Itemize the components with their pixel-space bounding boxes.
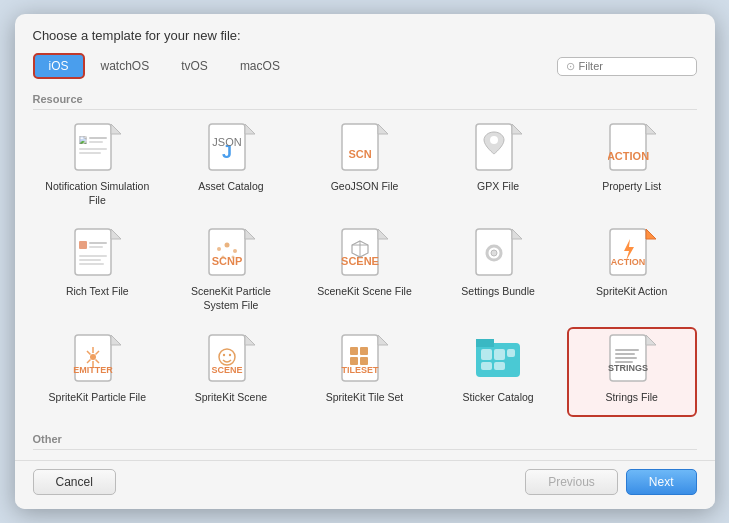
item-icon-sktileset: TILESET bbox=[338, 335, 390, 387]
svg-marker-68 bbox=[378, 335, 388, 345]
footer-right: Previous Next bbox=[525, 469, 696, 495]
dialog-body: Resource Notifi bbox=[15, 79, 715, 460]
item-label-sticker: Sticker Catalog bbox=[462, 391, 533, 405]
svg-marker-22 bbox=[111, 229, 121, 239]
item-label-skaction: SpriteKit Action bbox=[596, 285, 667, 299]
svg-rect-88 bbox=[615, 361, 633, 363]
svg-text:STRINGS: STRINGS bbox=[608, 363, 648, 373]
item-label-settings: Settings Bundle bbox=[461, 285, 535, 299]
dialog-title: Choose a template for your new file: bbox=[33, 28, 697, 43]
svg-rect-80 bbox=[507, 349, 515, 357]
svg-rect-21 bbox=[75, 229, 111, 275]
svg-marker-62 bbox=[245, 335, 255, 345]
item-icon-scnparticle: SCNP bbox=[205, 229, 257, 281]
item-label-skscene: SpriteKit Scene bbox=[195, 391, 267, 405]
svg-text:ACTION: ACTION bbox=[610, 257, 645, 267]
item-sktileset[interactable]: TILESET SpriteKit Tile Set bbox=[300, 327, 430, 417]
svg-rect-0 bbox=[75, 124, 111, 170]
item-label-scnparticle: SceneKit Particle System File bbox=[172, 285, 290, 312]
svg-rect-85 bbox=[615, 349, 639, 351]
svg-marker-44 bbox=[512, 229, 522, 239]
item-geojson[interactable]: SCN GeoJSON File bbox=[300, 116, 430, 215]
item-icon-geojson: SCN bbox=[338, 124, 390, 176]
item-notification-sim[interactable]: Notification Simulation File bbox=[33, 116, 163, 215]
item-rtf[interactable]: Rich Text File bbox=[33, 221, 163, 320]
svg-rect-25 bbox=[89, 246, 103, 248]
item-icon-skscene: SCENE bbox=[205, 335, 257, 387]
svg-text:SCNP: SCNP bbox=[212, 255, 243, 267]
item-settings[interactable]: Settings Bundle bbox=[433, 221, 563, 320]
item-gpx[interactable]: GPX File bbox=[433, 116, 563, 215]
svg-rect-18 bbox=[610, 124, 646, 170]
svg-point-65 bbox=[223, 353, 225, 355]
svg-point-36 bbox=[231, 256, 234, 259]
svg-text:ACTION: ACTION bbox=[608, 150, 649, 162]
resource-grid: Notification Simulation File J JSON Asse… bbox=[33, 116, 697, 417]
item-icon-notification-sim bbox=[71, 124, 123, 176]
svg-rect-5 bbox=[89, 141, 103, 143]
svg-rect-76 bbox=[481, 349, 492, 360]
item-skscene[interactable]: SCENE SpriteKit Scene bbox=[166, 327, 296, 417]
svg-rect-86 bbox=[615, 353, 635, 355]
item-label-plist: Property List bbox=[602, 180, 661, 194]
item-icon-strings: STRINGS bbox=[606, 335, 658, 387]
tabs-row: iOS watchOS tvOS macOS ⊙ bbox=[33, 53, 697, 79]
item-strings[interactable]: STRINGS Strings File bbox=[567, 327, 697, 417]
svg-rect-78 bbox=[481, 362, 492, 370]
item-scnparticle[interactable]: SCNP SceneKit Particle System File bbox=[166, 221, 296, 320]
svg-rect-4 bbox=[89, 137, 107, 139]
svg-rect-12 bbox=[342, 124, 378, 170]
svg-rect-71 bbox=[360, 347, 368, 355]
tab-ios[interactable]: iOS bbox=[33, 53, 85, 79]
svg-marker-52 bbox=[111, 335, 121, 345]
tab-tvos[interactable]: tvOS bbox=[165, 53, 224, 79]
item-label-scnscene: SceneKit Scene File bbox=[317, 285, 412, 299]
item-label-rtf: Rich Text File bbox=[66, 285, 129, 299]
next-button[interactable]: Next bbox=[626, 469, 697, 495]
svg-rect-6 bbox=[79, 148, 107, 150]
svg-point-34 bbox=[233, 249, 237, 253]
svg-rect-73 bbox=[360, 357, 368, 365]
item-label-geojson: GeoJSON File bbox=[331, 180, 399, 194]
svg-marker-48 bbox=[646, 229, 656, 239]
svg-rect-29 bbox=[209, 229, 245, 275]
svg-point-66 bbox=[229, 353, 231, 355]
cancel-button[interactable]: Cancel bbox=[33, 469, 116, 495]
svg-point-54 bbox=[90, 354, 96, 360]
svg-rect-28 bbox=[79, 263, 104, 265]
item-icon-settings bbox=[472, 229, 524, 281]
dialog-header: Choose a template for your new file: iOS… bbox=[15, 14, 715, 79]
svg-point-46 bbox=[491, 250, 497, 256]
svg-rect-24 bbox=[89, 242, 107, 244]
item-sticker[interactable]: Sticker Catalog bbox=[433, 327, 563, 417]
item-icon-asset-catalog: J JSON bbox=[205, 124, 257, 176]
item-plist[interactable]: ACTION Property List bbox=[567, 116, 697, 215]
filter-icon: ⊙ bbox=[566, 60, 575, 73]
section-other-label: Other bbox=[33, 427, 697, 450]
svg-rect-75 bbox=[476, 339, 494, 347]
item-icon-skaction: ACTION bbox=[606, 229, 658, 281]
svg-text:SCENE: SCENE bbox=[211, 365, 242, 375]
svg-marker-9 bbox=[245, 124, 255, 134]
svg-rect-87 bbox=[615, 357, 637, 359]
svg-rect-23 bbox=[79, 241, 87, 249]
tab-macos[interactable]: macOS bbox=[224, 53, 296, 79]
filter-input[interactable] bbox=[579, 60, 688, 72]
svg-marker-30 bbox=[245, 229, 255, 239]
item-skparticle[interactable]: EMITTER SpriteKit Particle File bbox=[33, 327, 163, 417]
svg-rect-72 bbox=[350, 357, 358, 365]
section-resource-label: Resource bbox=[33, 87, 697, 110]
item-label-sktileset: SpriteKit Tile Set bbox=[326, 391, 404, 405]
item-label-strings: Strings File bbox=[605, 391, 658, 405]
tab-watchos[interactable]: watchOS bbox=[85, 53, 166, 79]
svg-marker-19 bbox=[646, 124, 656, 134]
item-skaction[interactable]: ACTION SpriteKit Action bbox=[567, 221, 697, 320]
svg-rect-7 bbox=[79, 152, 101, 154]
item-asset-catalog[interactable]: J JSON Asset Catalog bbox=[166, 116, 296, 215]
new-file-dialog: Choose a template for your new file: iOS… bbox=[15, 14, 715, 509]
item-label-gpx: GPX File bbox=[477, 180, 519, 194]
item-icon-sticker bbox=[472, 335, 524, 387]
item-scnscene[interactable]: SCENE SceneKit Scene File bbox=[300, 221, 430, 320]
svg-text:SCN: SCN bbox=[349, 148, 372, 160]
previous-button[interactable]: Previous bbox=[525, 469, 618, 495]
